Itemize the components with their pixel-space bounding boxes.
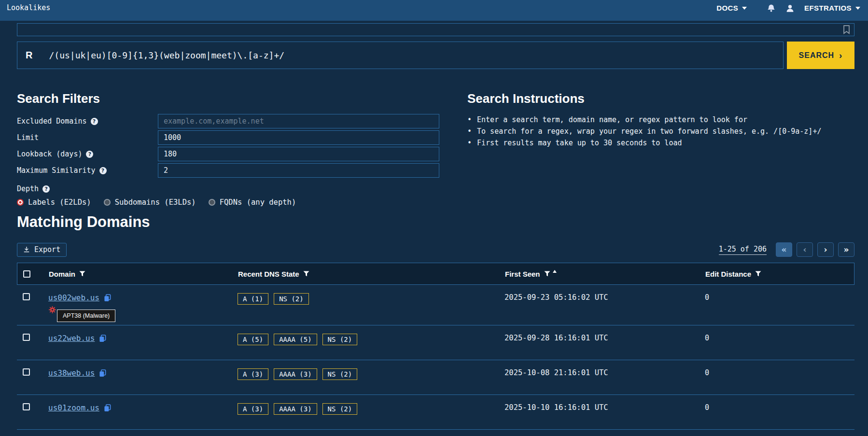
prev-page-button[interactable]: ‹ [797, 242, 813, 257]
depth-label: Depth [17, 184, 39, 193]
results-toolbar: Export 1-25 of 206 «‹›» [17, 242, 854, 257]
table-row: us01zoom.usA (3)AAAA (3)NS (2)2025-10-10… [17, 395, 854, 430]
filter-funnel-icon[interactable] [303, 271, 309, 277]
pagination: 1-25 of 206 «‹›» [719, 242, 854, 257]
main-content: R SEARCH › Search Filters Excluded Domai… [0, 23, 868, 436]
edit-distance-cell: 0 [705, 395, 854, 429]
filter-label: Excluded Domains? [17, 117, 158, 126]
copy-icon[interactable] [99, 369, 106, 377]
depth-option-labels-e2lds[interactable]: Labels (E2LDs) [17, 198, 91, 207]
search-term-input[interactable] [21, 25, 843, 35]
download-icon [23, 246, 30, 253]
next-page-button[interactable]: › [817, 242, 834, 257]
radio-button[interactable] [209, 199, 215, 206]
app-title[interactable]: Lookalikes [7, 0, 50, 21]
instruction-item: Enter a search term, domain name, or reg… [467, 114, 854, 126]
filter-row-maximum-similarity: Maximum Similarity? [17, 163, 467, 178]
domain-link[interactable]: us002web.us [48, 293, 99, 302]
filter-funnel-icon[interactable] [544, 271, 550, 277]
help-icon[interactable]: ? [42, 185, 50, 193]
export-button[interactable]: Export [17, 243, 67, 257]
search-button-label: SEARCH [799, 51, 835, 60]
chevron-right-icon: › [839, 50, 842, 61]
table-row: us12web.comA (7)AAAA (7)NS (2)2025-10-13… [17, 430, 854, 436]
bookmark-icon[interactable] [843, 25, 850, 34]
dns-record-badge: NS (2) [322, 368, 358, 380]
first-seen-cell: 2025-09-28 16:16:01 UTC [504, 325, 705, 360]
column-header-label: First Seen [505, 270, 540, 278]
filter-row-excluded-domains: Excluded Domains? [17, 114, 467, 128]
filter-funnel-icon[interactable] [755, 271, 761, 277]
filter-funnel-icon[interactable] [79, 271, 85, 277]
dns-record-badge: A (3) [238, 403, 268, 415]
row-checkbox[interactable] [23, 403, 30, 410]
export-button-label: Export [34, 245, 60, 254]
radio-label: Labels (E2LDs) [28, 198, 91, 207]
row-checkbox[interactable] [23, 334, 30, 341]
dns-record-badge: NS (2) [322, 403, 358, 415]
filter-label: Maximum Similarity? [17, 166, 158, 175]
search-filters-heading: Search Filters [17, 91, 467, 106]
column-header-recent-dns-state[interactable]: Recent DNS State [238, 270, 505, 278]
user-avatar-icon[interactable] [785, 0, 795, 13]
copy-icon[interactable] [104, 294, 111, 302]
malware-gear-icon[interactable] [48, 306, 56, 314]
regex-search-field: R [17, 42, 784, 69]
first-seen-cell: 2025-09-23 05:16:02 UTC [504, 285, 705, 325]
help-icon[interactable]: ? [99, 167, 107, 174]
domain-cell: us12web.com [48, 430, 238, 436]
filter-input-excluded-domains[interactable] [158, 114, 439, 128]
pagination-range: 1-25 of 206 [719, 245, 767, 255]
radio-button[interactable] [104, 199, 111, 206]
radio-label: Subdomains (E3LDs) [115, 198, 196, 207]
table-header-row: DomainRecent DNS StateFirst SeenEdit Dis… [17, 263, 854, 285]
row-checkbox[interactable] [23, 293, 30, 300]
dns-record-badge: NS (2) [274, 293, 309, 305]
domain-link[interactable]: us22web.us [48, 334, 95, 343]
notifications-bell-icon[interactable] [767, 0, 776, 13]
domain-link[interactable]: us38web.us [48, 368, 95, 378]
copy-icon[interactable] [104, 404, 111, 412]
filter-rows: Excluded Domains?LimitLookback (days)?Ma… [17, 114, 467, 178]
matching-domains-table: DomainRecent DNS StateFirst SeenEdit Dis… [17, 263, 854, 436]
column-header-edit-distance[interactable]: Edit Distance [705, 270, 854, 278]
row-checkbox-cell [17, 285, 48, 325]
domain-line: us22web.us [48, 334, 238, 343]
edit-distance-cell: 0 [705, 285, 854, 325]
column-header-first-seen[interactable]: First Seen [505, 270, 705, 278]
edit-distance-cell: 0 [705, 325, 854, 360]
dns-state-cell: A (3)AAAA (3)NS (2) [238, 360, 504, 394]
chevron-down-icon [742, 7, 747, 10]
table-row: us38web.usA (3)AAAA (3)NS (2)2025-10-08 … [17, 360, 854, 395]
sort-ascending-icon [553, 270, 557, 273]
pagination-buttons: «‹›» [776, 242, 854, 257]
domain-link[interactable]: us01zoom.us [48, 403, 99, 412]
header-checkbox-cell [17, 270, 49, 278]
radio-button[interactable] [17, 199, 24, 206]
dns-state-cell: A (1)NS (2) [238, 285, 504, 325]
depth-option-subdomains-e3lds[interactable]: Subdomains (E3LDs) [104, 198, 196, 207]
chevron-down-icon [855, 7, 860, 10]
help-icon[interactable]: ? [86, 151, 93, 158]
filter-input-lookback-days[interactable] [158, 147, 439, 161]
filters-and-instructions: Search Filters Excluded Domains?LimitLoo… [17, 91, 854, 207]
first-page-button[interactable]: « [776, 242, 792, 257]
row-checkbox[interactable] [23, 368, 30, 376]
column-header-domain[interactable]: Domain [49, 270, 238, 278]
depth-options: Labels (E2LDs)Subdomains (E3LDs)FQDNs (a… [17, 198, 467, 207]
filter-input-limit[interactable] [158, 130, 439, 145]
edit-distance-cell: 0 [705, 430, 854, 436]
select-all-checkbox[interactable] [23, 270, 30, 278]
filter-input-maximum-similarity[interactable] [158, 163, 439, 178]
docs-menu[interactable]: DOCS [716, 0, 747, 12]
search-button[interactable]: SEARCH › [787, 42, 854, 69]
copy-icon[interactable] [99, 335, 106, 342]
user-menu[interactable]: EFSTRATIOS [804, 0, 860, 12]
help-icon[interactable]: ? [91, 118, 98, 125]
last-page-button[interactable]: » [838, 242, 854, 257]
column-header-label: Edit Distance [705, 270, 751, 278]
table-row: us22web.usA (5)AAAA (5)NS (2)2025-09-28 … [17, 325, 854, 360]
radio-label: FQDNs (any depth) [220, 198, 296, 207]
depth-option-fqdns-any-depth[interactable]: FQDNs (any depth) [209, 198, 296, 207]
regex-search-input[interactable] [48, 50, 775, 61]
